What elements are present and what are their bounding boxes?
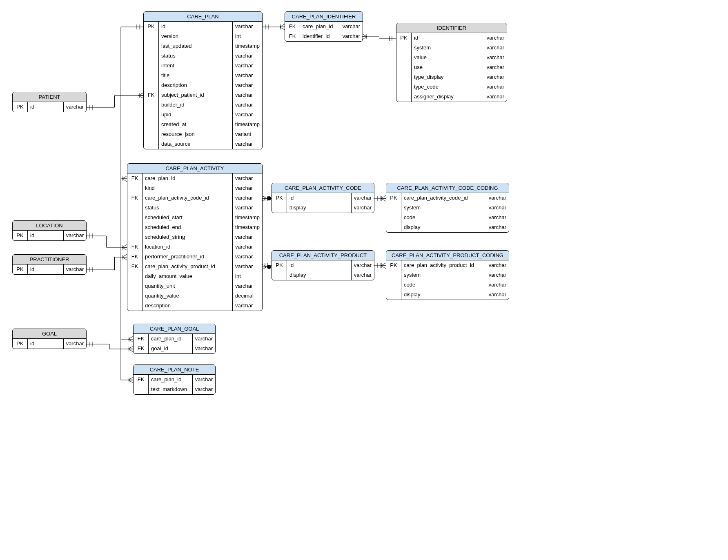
- type-cell: varchar: [233, 139, 262, 149]
- type-cell: timestamp: [233, 41, 262, 51]
- entity-care_plan_activity: CARE_PLAN_ACTIVITYFKFKFKFKFKcare_plan_id…: [127, 163, 263, 311]
- name-cell: resource_json: [159, 129, 232, 139]
- name-cell: goal_id: [149, 344, 192, 353]
- type-cell: varchar: [233, 183, 262, 193]
- type-cell: varchar: [484, 72, 507, 82]
- key-cell: [127, 213, 142, 222]
- entity-goal: GOALPKidvarchar: [12, 329, 87, 349]
- entity-care_plan_activity_code: CARE_PLAN_ACTIVITY_CODEPKiddisplayvarcha…: [272, 183, 374, 213]
- key-cell: PK: [396, 33, 411, 43]
- name-cell: code: [401, 280, 486, 290]
- entity-care_plan_activity_product: CARE_PLAN_ACTIVITY_PRODUCTPKiddisplayvar…: [272, 250, 374, 280]
- name-cell: id: [28, 339, 63, 349]
- key-cell: [127, 232, 142, 242]
- entity-title: CARE_PLAN_IDENTIFIER: [285, 12, 363, 22]
- type-cell: varchar: [233, 22, 262, 31]
- type-cell: varchar: [233, 262, 262, 271]
- key-cell: [396, 43, 411, 53]
- key-cell: FK: [134, 334, 148, 344]
- type-cell: varchar: [486, 260, 509, 270]
- entity-title: CARE_PLAN_GOAL: [134, 324, 215, 334]
- name-cell: display: [401, 290, 486, 300]
- type-cell: varchar: [233, 193, 262, 203]
- er-diagram-canvas: PATIENTPKidvarcharLOCATIONPKidvarcharPRA…: [0, 0, 728, 560]
- type-cell: timestamp: [233, 120, 262, 129]
- name-cell: system: [401, 203, 486, 213]
- type-cell: varchar: [233, 51, 262, 61]
- name-cell: upid: [159, 110, 232, 120]
- name-cell: care_plan_activity_product_id: [401, 260, 486, 270]
- name-cell: kind: [142, 183, 232, 193]
- type-cell: varchar: [486, 213, 509, 222]
- name-cell: quantity_value: [142, 291, 232, 301]
- type-cell: variant: [233, 129, 262, 139]
- type-cell: varchar: [484, 62, 507, 72]
- type-cell: varchar: [352, 270, 374, 280]
- key-cell: FK: [127, 242, 142, 252]
- key-cell: [396, 82, 411, 92]
- entity-title: CARE_PLAN_ACTIVITY: [127, 164, 262, 173]
- key-cell: [396, 53, 411, 62]
- name-cell: quantity_unit: [142, 281, 232, 291]
- type-cell: varchar: [64, 339, 86, 349]
- type-cell: varchar: [64, 231, 86, 240]
- name-cell: status: [142, 203, 232, 213]
- type-cell: varchar: [340, 31, 363, 41]
- key-cell: PK: [144, 22, 158, 31]
- key-cell: [127, 271, 142, 281]
- type-cell: varchar: [486, 280, 509, 290]
- key-cell: PK: [386, 260, 401, 270]
- type-cell: varchar: [484, 92, 507, 102]
- type-cell: varchar: [486, 203, 509, 213]
- key-cell: [272, 270, 287, 280]
- name-cell: created_at: [159, 120, 232, 129]
- type-cell: varchar: [486, 290, 509, 300]
- key-cell: FK: [127, 173, 142, 183]
- type-cell: varchar: [193, 375, 215, 384]
- name-cell: display: [401, 222, 486, 232]
- name-cell: last_updated: [159, 41, 232, 51]
- key-cell: [144, 71, 158, 80]
- key-cell: FK: [127, 262, 142, 271]
- key-cell: [386, 280, 401, 290]
- key-cell: PK: [272, 260, 287, 270]
- key-cell: [134, 384, 148, 394]
- entity-care_plan_activity_code_coding: CARE_PLAN_ACTIVITY_CODE_CODINGPKcare_pla…: [386, 183, 509, 233]
- name-cell: care_plan_activity_code_id: [401, 193, 486, 203]
- key-cell: FK: [127, 252, 142, 262]
- key-cell: PK: [13, 264, 27, 274]
- key-cell: [144, 41, 158, 51]
- entity-title: PATIENT: [13, 92, 86, 102]
- type-cell: varchar: [233, 110, 262, 120]
- key-cell: [386, 213, 401, 222]
- name-cell: identifier_id: [300, 31, 340, 41]
- key-cell: PK: [272, 193, 287, 203]
- name-cell: id: [412, 33, 484, 43]
- type-cell: varchar: [484, 43, 507, 53]
- name-cell: care_plan_id: [300, 22, 340, 31]
- type-cell: varchar: [193, 334, 215, 344]
- key-cell: [127, 281, 142, 291]
- name-cell: display: [287, 203, 351, 213]
- type-cell: varchar: [233, 61, 262, 71]
- name-cell: id: [28, 102, 63, 112]
- type-cell: timestamp: [233, 213, 262, 222]
- key-cell: [127, 203, 142, 213]
- entity-title: IDENTIFIER: [396, 23, 507, 33]
- key-cell: [144, 139, 158, 149]
- type-cell: varchar: [484, 82, 507, 92]
- key-cell: [396, 92, 411, 102]
- name-cell: id: [28, 231, 63, 240]
- key-cell: [127, 183, 142, 193]
- key-cell: [144, 51, 158, 61]
- name-cell: description: [142, 301, 232, 311]
- entity-patient: PATIENTPKidvarchar: [12, 92, 87, 112]
- type-cell: varchar: [64, 102, 86, 112]
- key-cell: [396, 72, 411, 82]
- key-cell: [396, 62, 411, 72]
- name-cell: code: [401, 213, 486, 222]
- key-cell: [144, 110, 158, 120]
- key-cell: FK: [127, 193, 142, 203]
- type-cell: varchar: [233, 301, 262, 311]
- key-cell: FK: [285, 31, 300, 41]
